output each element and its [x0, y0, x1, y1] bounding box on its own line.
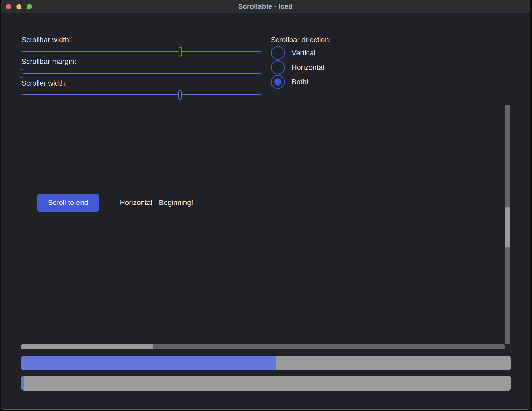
horizontal-scrollbar-thumb[interactable]	[21, 344, 153, 349]
app-window: Scrollable - Iced Scrollbar width: Scrol…	[1, 0, 530, 410]
radio-option-label: Horizontal	[292, 63, 324, 72]
radio-option-horizontal[interactable]: Horizontal	[271, 60, 324, 75]
radio-circle-icon	[271, 60, 285, 74]
scrollbar-width-label: Scrollbar width:	[21, 36, 71, 44]
minimize-window-button[interactable]	[16, 4, 21, 9]
window-title: Scrollable - Iced	[238, 3, 293, 11]
traffic-lights	[6, 4, 32, 9]
scroll-status-text: Horizontal - Beginning!	[120, 194, 193, 212]
radio-circle-icon	[271, 75, 285, 89]
horizontal-progress-fill	[21, 356, 276, 370]
scrollbar-width-slider-handle[interactable]	[179, 47, 182, 57]
scroller-width-label: Scroller width:	[21, 79, 67, 87]
radio-selected-dot-icon	[274, 78, 282, 86]
zoom-window-button[interactable]	[27, 4, 32, 9]
horizontal-progress-bar	[21, 356, 511, 370]
titlebar[interactable]: Scrollable - Iced	[1, 0, 530, 13]
close-window-button[interactable]	[6, 4, 11, 9]
radio-option-label: Both!	[292, 78, 308, 86]
scroll-to-end-button[interactable]: Scroll to end	[37, 194, 99, 212]
scrollbar-direction-label: Scrollbar direction:	[271, 36, 331, 44]
vertical-progress-bar	[21, 376, 511, 391]
radio-option-label: Vertical	[292, 49, 315, 57]
scrollbar-width-slider[interactable]	[21, 51, 261, 52]
scrollbar-margin-label: Scrollbar margin:	[21, 57, 76, 66]
scrollbar-margin-slider-handle[interactable]	[20, 68, 23, 78]
vertical-scrollbar-thumb[interactable]	[505, 207, 510, 247]
radio-option-both[interactable]: Both!	[271, 75, 308, 89]
radio-option-vertical[interactable]: Vertical	[271, 46, 315, 60]
scroller-width-slider-handle[interactable]	[178, 90, 182, 100]
scroller-width-slider[interactable]	[21, 94, 261, 95]
vertical-progress-fill	[21, 376, 24, 391]
radio-circle-icon	[271, 46, 285, 60]
scrollbar-margin-slider[interactable]	[21, 73, 261, 74]
